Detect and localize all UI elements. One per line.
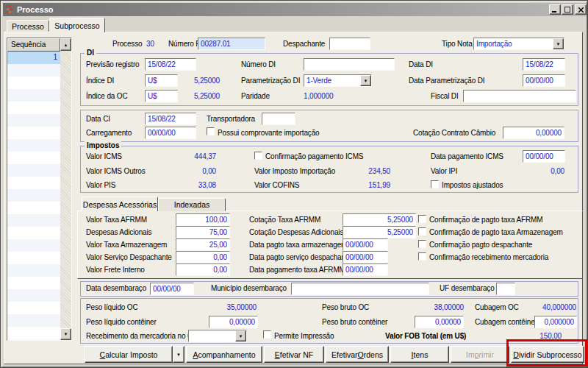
maximize-button[interactable] [562,4,573,15]
tab-despesas-acessorias[interactable]: Despesas Acessórias [82,197,158,211]
close-icon [578,7,584,13]
data-di-label: Data DI [409,60,433,68]
parametrizacao-di-select[interactable]: 1-Verde ▼ [304,74,372,87]
conf-recebimento-label: Confirmação recebimento mercadoria [429,253,548,261]
numero-po-input[interactable] [198,38,265,50]
minimize-button[interactable] [549,4,561,15]
peso-liquido-conteiner-input[interactable] [209,316,258,328]
app-icon [5,5,14,14]
despachante-input[interactable] [329,38,370,50]
tab-indexadas[interactable]: Indexadas [158,198,226,211]
fiscal-di-label: Fiscal DI [431,92,459,100]
transportadora-input[interactable] [262,113,295,125]
conf-pagto-armazenagem-checkbox[interactable] [418,227,426,236]
cubagem-conteiner-input[interactable] [534,316,577,328]
indice-di-value: 5,25000 [177,77,220,85]
itens-button[interactable]: Itens [390,346,449,363]
data-di-input[interactable] [523,58,565,71]
indice-di-label: Índice DI [86,77,114,85]
tipo-nota-select[interactable]: Importação ▼ [473,38,564,50]
parametrizacao-di-dropdown-icon[interactable]: ▼ [360,75,371,86]
valor-cofins-label: Valor COFINS [254,181,299,189]
efetivar-ordens-button[interactable]: Efetivar Ordens [326,346,389,363]
scroll-down-button[interactable]: ▼ [60,328,71,340]
peso-liquido-oc-label: Peso líquido OC [86,303,138,311]
data-pagto-despachante-input[interactable] [343,251,388,263]
despesas-adicionais-input[interactable] [176,226,230,238]
municipio-desembaraco-input[interactable] [291,283,429,295]
valor-icms-outros-label: Valor ICMS Outros [86,167,146,175]
data-pagto-armazenagem-input[interactable] [343,238,388,251]
impostos-ajustados-label: Impostos ajustados [442,181,503,189]
data-ci-input[interactable] [145,113,196,125]
uf-desembaraco-label: UF desembaraço [440,284,495,292]
previsao-registro-input[interactable] [145,58,196,71]
recebimento-cd-dropdown-icon[interactable]: ▼ [235,330,246,342]
conf-recebimento-checkbox[interactable] [418,252,426,261]
confirmacao-icms-label: Confirmação pagamento ICMS [265,152,363,160]
process-window: Processo Processo Subprocesso Sequência … [0,0,588,368]
efetivar-nf-button[interactable]: Efetivar NF [264,346,324,363]
sequencia-column-header[interactable]: Sequência [7,38,60,52]
data-parametrizacao-di-input[interactable] [523,74,565,87]
municipio-desembaraco-label: Município desembaraço [211,284,287,292]
cubagem-conteiner-label: Cubagem contêiner [475,318,537,326]
carregamento-input[interactable] [145,127,196,139]
cotacao-taxa-afrmm-input[interactable] [343,213,416,226]
sequencia-scrollbar-track[interactable] [60,51,71,329]
valor-taxa-armazenagem-input[interactable] [176,238,230,251]
data-ci-label: Data CI [86,115,110,123]
close-button[interactable] [575,4,587,15]
sequencia-row-selected[interactable]: 1 [7,52,60,64]
valor-servico-despachante-input[interactable] [176,251,230,263]
valor-ipi-value: 0,00 [518,167,564,175]
possui-comprovante-checkbox[interactable] [207,127,215,135]
permite-impressao-checkbox[interactable] [263,330,271,339]
indice-oc-value: 5,25000 [177,92,220,100]
parametrizacao-di-label: Parametrização DI [241,77,300,85]
calcular-imposto-split-button[interactable]: ▼ [173,346,184,363]
peso-bruto-conteiner-input[interactable] [415,316,464,328]
valor-pis-label: Valor PIS [86,181,115,189]
uf-desembaraco-input[interactable] [496,283,515,295]
valor-taxa-afrmm-input[interactable] [176,213,230,226]
indice-oc-currency-input[interactable] [145,90,178,102]
processo-value: 30 [146,40,154,48]
data-pagamento-icms-input[interactable] [523,150,565,163]
conf-pagto-despachante-label: Confirmação pagto despachante [429,241,532,249]
possui-comprovante-label: Possui comprovante importação [218,129,320,137]
valor-imposto-importacao-value: 234,50 [344,167,390,175]
acompanhamento-button[interactable]: Acompanhamento [186,346,262,363]
cotacao-contrato-input[interactable] [503,127,564,139]
valor-frete-interno-label: Valor Frete Interno [86,266,145,274]
conf-pagto-afrmm-checkbox[interactable] [418,215,426,223]
valor-frete-interno-input[interactable] [176,263,230,276]
tipo-nota-dropdown-icon[interactable]: ▼ [553,38,564,49]
data-desembaraco-input[interactable] [150,283,194,295]
impostos-ajustados-checkbox[interactable] [431,180,439,188]
tab-subprocesso[interactable]: Subprocesso [49,18,105,32]
valor-servico-despachante-label: Valor Serviço Despachante [86,253,172,261]
cotacao-despesas-adicionais-input[interactable] [343,226,416,238]
tab-processo[interactable]: Processo [7,20,49,32]
fiscal-di-input[interactable] [463,90,576,102]
conf-pagto-despachante-checkbox[interactable] [418,240,426,248]
titlebar: Processo [3,3,587,16]
scroll-up-icon: ▲ [64,43,68,47]
carregamento-label: Carregamento [86,129,132,137]
indice-di-currency-input[interactable] [145,74,178,87]
data-pagamento-afrmm-input[interactable] [343,263,388,276]
scroll-down-icon: ▼ [64,332,68,336]
data-parametrizacao-di-label: Data Parametrização DI [409,77,484,85]
numero-di-input[interactable] [304,58,395,71]
calcular-imposto-button[interactable]: Calcular Imposto [85,346,173,363]
valor-icms-label: Valor ICMS [86,152,122,160]
paridade-value: 1,000000 [304,92,334,100]
cotacao-contrato-label: Cotação Contrato Câmbio [413,129,495,137]
scroll-up-button[interactable]: ▲ [60,38,71,51]
valor-pis-value: 33,08 [170,181,216,189]
recebimento-cd-label: Recebimento da mercadoria no CD [86,332,198,340]
confirmacao-icms-checkbox[interactable] [254,152,262,160]
conf-pagto-afrmm-label: Confirmação de pagto taxa AFRMM [429,216,542,224]
recebimento-cd-select[interactable]: ▼ [188,330,247,342]
